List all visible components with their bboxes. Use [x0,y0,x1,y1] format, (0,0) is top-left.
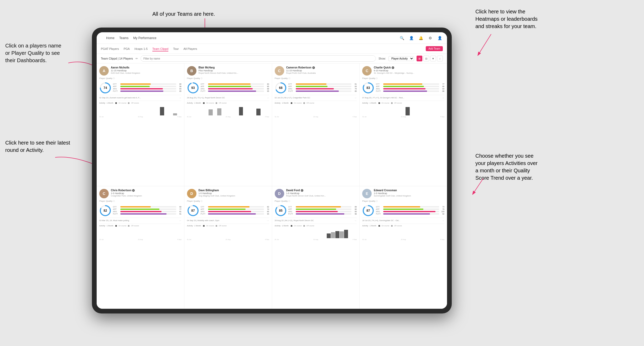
quality-section[interactable]: 87 OTT 82 APP [187,205,269,216]
chart-date-label: 31 Jul [187,239,191,240]
quality-circle[interactable]: 85 [275,205,286,216]
quality-section[interactable]: 87 OTT 73 APP [362,205,444,216]
subnav-pga[interactable]: PGA [124,46,130,51]
nav-performance[interactable]: My Performance [133,35,156,41]
subnav-team-clippd[interactable]: Team Clippd [152,46,168,51]
activity-header: Activity · 1 Month On course Off course [275,102,357,104]
quality-circle[interactable]: 74 [99,82,111,93]
player-card[interactable]: B Blair McHarg Plus Handicap Royal North… [184,63,272,186]
player-avatar: A [99,66,109,76]
on-course-legend-label: On course [118,102,126,104]
player-name[interactable]: Blair McHarg [199,66,269,69]
last-round[interactable]: 02 Sep 23 | Sunset round to get back int… [99,95,181,99]
last-round[interactable]: 26 Aug 23 | 84 (+12), Royal North Devon … [275,218,357,222]
quality-circle[interactable]: 83 [362,82,374,93]
stat-row-app: APP 58 [113,86,181,87]
last-round[interactable]: 07 Aug 23 | 77 (+7), St George's Hill GC… [362,95,444,99]
player-name[interactable]: Edward Crossman [374,189,444,192]
notification-icon[interactable]: 🔔 [418,35,424,41]
stat-row-app: APP 80 [376,86,444,87]
stat-label: OTT [376,83,382,85]
subnav-tour[interactable]: Tour [173,46,179,51]
user-avatar-icon[interactable]: 👤 [437,35,443,41]
player-card[interactable]: C Charlie Quick ✓ 6-10 Handicap St. Geor… [360,63,447,186]
activity-legend: On course Off course [203,225,227,227]
stat-bar-container [208,206,264,207]
show-label: Show: [378,57,386,60]
activity-legend: On course Off course [291,102,314,104]
add-team-button[interactable]: Add Team [426,46,443,51]
player-avatar: E [362,189,372,198]
player-card[interactable]: C Cameron Robertson ✓ 11-15 Handicap Roy… [272,63,360,186]
last-round-arrow-icon[interactable]: → [354,219,357,222]
last-round[interactable]: 04 Sep 23 | Mobility with coach, Gym → [187,218,269,222]
chart-date-label: 4 Sep [177,116,181,118]
player-handicap: 1-5 Handicap [286,192,357,195]
quality-section[interactable]: 83 OTT 77 APP [362,82,444,93]
player-club: Royal North Devon Golf Club, United Kin.… [286,195,357,197]
last-round-arrow-icon[interactable]: → [267,219,269,222]
last-round[interactable]: 26 Aug 23 | 73 (+1), Royal North Devon G… [187,95,269,99]
stat-bar-container [296,88,352,89]
last-round-arrow-icon[interactable]: → [442,96,444,99]
grid-view-button[interactable]: ⊞ [417,56,422,61]
last-round-arrow-icon[interactable]: → [179,96,181,99]
stat-row-putt: PUTT 86 [376,90,444,92]
last-round[interactable]: 03 Mar 23 | 19, Must make putting → [99,218,181,222]
filter-button[interactable]: ▼ [430,56,436,61]
quality-circle[interactable]: 68 [275,82,286,93]
player-handicap: 11-15 Handicap [111,69,181,72]
stat-bar-container [208,83,264,85]
player-card[interactable]: D David Ford ✓ 1-5 Handicap Royal North … [272,186,360,309]
filter-search-input[interactable] [141,55,376,62]
list-view-button[interactable]: ⊟ [423,56,429,61]
last-round-arrow-icon[interactable]: → [179,219,181,222]
quality-stats: OTT 82 APP 74 [201,206,269,215]
player-name[interactable]: Charlie Quick ✓ [374,66,444,69]
player-name[interactable]: Aaron Nicholls [111,66,181,69]
player-name[interactable]: Chris Robertson ✓ [111,189,181,192]
quality-circle[interactable]: 93 [187,82,199,93]
last-round-arrow-icon[interactable]: → [442,219,444,222]
chart-date-label: 4 Sep [265,116,269,118]
nav-teams[interactable]: Teams [119,35,128,41]
nav-home[interactable]: Home [106,35,115,41]
quality-circle[interactable]: 82 [99,205,111,216]
on-course-legend-dot [203,102,205,104]
subnav-pgat[interactable]: PGAT Players [101,46,119,51]
quality-circle[interactable]: 87 [187,205,199,216]
edit-team-icon[interactable]: ✏ [136,57,138,60]
player-info: Aaron Nicholls 11-15 Handicap Drift Golf… [111,66,181,74]
stat-value: 83 [440,88,444,90]
quality-section[interactable]: 93 OTT 84 APP [187,82,269,93]
off-course-legend-dot [391,225,393,227]
player-card[interactable]: C Chris Robertson ✓ 1-5 Handicap Craigmi… [97,186,184,309]
quality-section[interactable]: 74 OTT 60 APP [99,82,181,93]
quality-section[interactable]: 85 OTT 89 APP [275,205,357,216]
player-name[interactable]: Cameron Robertson ✓ [286,66,357,69]
profile-icon[interactable]: 👤 [408,35,414,41]
quality-circle[interactable]: 87 [362,205,374,216]
settings-icon[interactable]: ⚙ [427,35,433,41]
last-round-arrow-icon[interactable]: → [267,96,269,99]
sort-button[interactable]: ↕ [437,56,443,61]
player-name[interactable]: Dave Billingham [199,189,269,192]
subnav-hcaps[interactable]: Hcaps 1-5 [134,46,148,51]
player-card[interactable]: E Edward Crossman 1-5 Handicap Sunningda… [360,186,447,309]
player-header: C Chris Robertson ✓ 1-5 Handicap Craigmi… [99,189,181,198]
player-avatar: C [362,66,372,76]
stat-row-putt: PUTT 96 [288,213,357,215]
search-icon[interactable]: 🔍 [399,35,405,41]
player-card[interactable]: A Aaron Nicholls 11-15 Handicap Drift Go… [97,63,184,186]
show-select[interactable]: Player Activity [388,56,414,61]
last-round-text: 07 Aug 23 | 77 (+7), St George's Hill GC… [362,97,404,99]
player-card[interactable]: D Dave Billingham 1-5 Handicap Sog Magin… [184,186,272,309]
last-round-arrow-icon[interactable]: → [354,96,357,99]
subnav-all-players[interactable]: All Players [184,46,197,51]
last-round[interactable]: 02 Jul 23 | 59 (+17), Craigmillar Park G… [275,95,357,99]
player-avatar: B [187,66,196,76]
last-round[interactable]: 18 Jul 23 | 74 (+4), Sunningdale GC - Ol… [362,218,444,222]
quality-section[interactable]: 82 OTT 60 APP [99,205,181,216]
player-name[interactable]: David Ford ✓ [286,189,357,192]
quality-section[interactable]: 68 OTT 61 APP [275,82,357,93]
